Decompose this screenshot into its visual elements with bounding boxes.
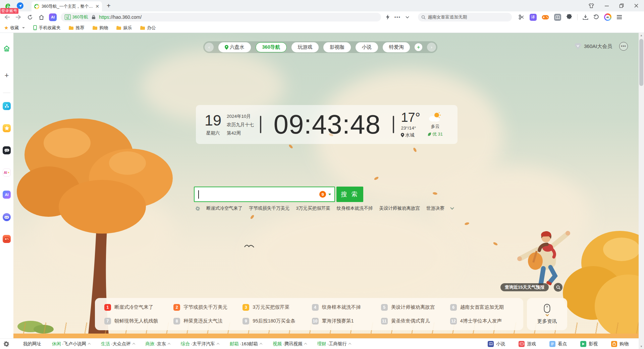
extensions-icon[interactable]	[566, 14, 572, 20]
tab-360nav[interactable]: 360导航	[256, 42, 287, 52]
main-search-input[interactable]: 9	[194, 187, 335, 202]
sidebar-ai-search-icon[interactable]: AI✦	[3, 168, 11, 177]
app-video[interactable]: 影视	[580, 341, 598, 347]
bookmark-folder-entertainment[interactable]: 娱乐	[116, 25, 132, 31]
more-news-card[interactable]: 更多资讯	[527, 298, 567, 330]
quick-link[interactable]: 视频·腾讯视频	[273, 341, 307, 347]
my-sites-link[interactable]: 我的网址	[23, 341, 41, 347]
more-options-icon[interactable]: •••	[619, 42, 628, 51]
tabs-prev-arrow-icon[interactable]: ‹	[205, 43, 214, 52]
sidebar-favorites-star-icon[interactable]	[3, 124, 11, 132]
ai-circle-icon[interactable]: AI	[604, 13, 611, 21]
games-center-icon[interactable]	[542, 15, 549, 20]
news-item[interactable]: 11黄圣依丧偶式育儿	[381, 317, 445, 325]
news-item[interactable]: 10覃海洋预赛第1	[312, 317, 376, 325]
news-item[interactable]: 4纹身根本就洗不掉	[312, 303, 376, 311]
bookmark-folder-recommend[interactable]: 推荐	[69, 25, 84, 31]
speed-mode-icon[interactable]	[386, 14, 390, 20]
close-button[interactable]	[634, 3, 639, 8]
engine-caret-icon[interactable]	[328, 194, 331, 195]
sidebar-robot-icon[interactable]	[3, 213, 11, 221]
search-button[interactable]: 搜 索	[336, 187, 363, 202]
quick-link[interactable]: 休闲·飞卢小说网	[52, 341, 90, 347]
settings-gear-icon[interactable]	[4, 341, 9, 347]
back-icon[interactable]	[3, 14, 11, 20]
vip-entry[interactable]: 360AI大会员	[574, 43, 612, 50]
hotword[interactable]: 美设计师被劝离故宫	[379, 205, 420, 211]
scrollbar-thumb[interactable]	[639, 39, 643, 86]
search-engine-switcher[interactable]: 9	[319, 191, 331, 198]
news-item[interactable]: 5美设计师被劝离故宫	[381, 303, 445, 311]
forward-icon[interactable]	[14, 14, 23, 20]
app-shopping[interactable]: 购物	[611, 341, 629, 347]
sidebar-game-icon[interactable]	[3, 235, 11, 243]
hotwords-gear-icon[interactable]	[196, 206, 200, 211]
favorites-caret-icon[interactable]	[22, 27, 25, 29]
restore-session-icon[interactable]	[593, 14, 599, 20]
tab-city[interactable]: 六盘水	[218, 42, 251, 52]
news-item[interactable]: 8种菜竟违反大气法	[173, 317, 237, 325]
bookmark-folder-shopping[interactable]: 购物	[93, 25, 108, 31]
downloads-icon[interactable]	[583, 14, 588, 20]
translate-icon[interactable]: 译	[530, 14, 537, 21]
hotword[interactable]: 世游决赛	[426, 205, 444, 211]
quick-link[interactable]: 生活·大众点评	[101, 341, 135, 347]
weather-forecast-tip[interactable]: 查询近15天天气预报	[500, 283, 562, 292]
app-feed[interactable]: 看点	[549, 341, 567, 347]
hotwords-expand-icon[interactable]	[450, 206, 454, 209]
sidebar-app-docs-icon[interactable]	[3, 102, 11, 110]
news-item[interactable]: 33万元买把假芹菜	[243, 303, 306, 311]
hotword[interactable]: 断崖式冷空气来了	[206, 205, 243, 211]
hotword[interactable]: 字节或损失千万美元	[249, 205, 290, 211]
quick-link[interactable]: 综合·太平洋汽车	[181, 341, 219, 347]
more-tools-icon[interactable]: •••	[394, 15, 401, 19]
quick-link[interactable]: 邮箱·163邮箱	[230, 341, 262, 347]
toolbar-search-box[interactable]: 越南女首富追加无期	[418, 13, 512, 21]
news-item[interactable]: 6越南女首富追加无期	[450, 303, 514, 311]
forecast-tip-label[interactable]: 查询近15天天气预报	[500, 283, 549, 291]
tab-games[interactable]: 玩游戏	[291, 42, 319, 52]
sidebar-chat-bot-icon[interactable]	[3, 146, 11, 154]
app-game[interactable]: 游戏	[519, 341, 536, 347]
scroll-up-icon[interactable]: ▲	[639, 34, 644, 37]
ai-assistant-button[interactable]: AI	[49, 13, 57, 21]
news-item[interactable]: 7朝鲜现韩无人机残骸	[104, 317, 168, 325]
bookmark-favorites[interactable]: ★ 收藏	[4, 25, 25, 31]
toolbar-chevron-icon[interactable]	[406, 16, 409, 18]
theme-skin-icon[interactable]	[588, 3, 594, 8]
sidebar-home-icon[interactable]	[3, 44, 11, 52]
hotword[interactable]: 纹身根本就洗不掉	[337, 205, 373, 211]
tab-novels[interactable]: 小说	[356, 42, 378, 52]
quick-link[interactable]: 理财·工商银行	[317, 341, 351, 347]
tab-taobao[interactable]: 特爱淘	[383, 42, 410, 52]
home-icon[interactable]	[37, 14, 46, 20]
weather-cond-block[interactable]: 多云 优 31	[428, 112, 443, 137]
quick-link[interactable]: 商旅·京东	[146, 341, 170, 347]
app-novel[interactable]: 小说	[488, 341, 505, 347]
tab-movies[interactable]: 影视咖	[323, 42, 351, 52]
sidebar-add-icon[interactable]: +	[3, 71, 11, 80]
sidebar-ai-tools-icon[interactable]: AI	[3, 191, 11, 199]
hotword[interactable]: 3万元买把假芹菜	[296, 205, 330, 211]
maximize-button[interactable]	[619, 3, 624, 8]
tab-close-icon[interactable]: ✕	[95, 4, 99, 9]
refresh-icon[interactable]	[25, 14, 34, 20]
lock-icon[interactable]	[92, 15, 96, 19]
scroll-down-icon[interactable]: ▼	[639, 345, 644, 348]
add-site-tab-icon[interactable]: +	[415, 43, 422, 51]
tabs-next-arrow-icon[interactable]: ›	[427, 43, 436, 52]
screenshot-scissors-icon[interactable]	[519, 14, 525, 20]
new-tab-button[interactable]: +	[107, 2, 111, 9]
news-item[interactable]: 995后投180万买金条	[243, 317, 306, 325]
news-item[interactable]: 2字节或损失千万美元	[173, 303, 237, 311]
reading-mode-icon[interactable]	[554, 14, 561, 21]
minimize-button[interactable]	[604, 3, 609, 8]
login-account-tag[interactable]: 登录账号	[0, 8, 18, 14]
browser-tab[interactable]: 360导航_一个主页，整个世界 ✕	[32, 1, 102, 11]
news-item[interactable]: 124博士学位本人发声	[450, 317, 514, 325]
page-scrollbar[interactable]: ▲ ▼	[639, 33, 644, 349]
address-bar[interactable]: 证 360导航 https://hao.360.com/	[61, 13, 381, 21]
forecast-search-icon[interactable]	[554, 283, 562, 292]
weather-temp-block[interactable]: 17° 23°/14° 水城	[401, 111, 420, 138]
bookmark-phone-favorites[interactable]: 手机收藏夹	[33, 25, 60, 31]
